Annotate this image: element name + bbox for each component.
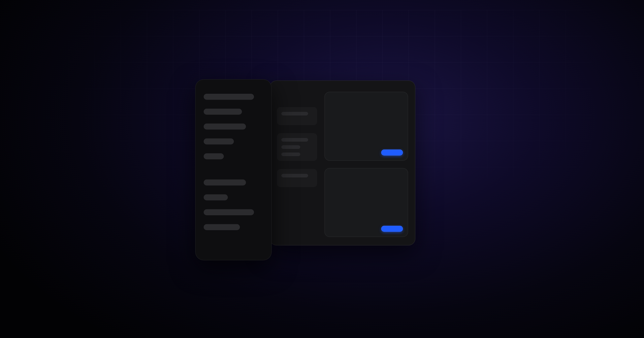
nav-item[interactable] [204, 138, 234, 144]
card-column [324, 89, 408, 237]
card [324, 92, 408, 161]
nav-item[interactable] [204, 153, 224, 159]
app-window [270, 80, 416, 246]
mid-column [277, 89, 317, 237]
content-block [277, 133, 317, 161]
app-window-content [277, 89, 408, 237]
nav-item[interactable] [204, 180, 246, 186]
placeholder-line [281, 112, 308, 116]
cta-button[interactable] [381, 226, 403, 232]
nav-item[interactable] [204, 94, 254, 100]
nav-group-1 [204, 180, 263, 230]
placeholder-line [281, 174, 308, 178]
placeholder-line [281, 145, 300, 149]
nav-item[interactable] [204, 124, 246, 130]
content-block [277, 169, 317, 187]
cta-button[interactable] [381, 150, 403, 156]
nav-group-0 [204, 94, 263, 159]
card [324, 168, 408, 237]
nav-item[interactable] [204, 224, 240, 230]
nav-item[interactable] [204, 209, 254, 215]
placeholder-line [281, 152, 300, 156]
sidebar-panel [195, 79, 272, 260]
content-block [277, 107, 317, 125]
nav-item[interactable] [204, 194, 228, 200]
placeholder-line [281, 138, 308, 142]
nav-item[interactable] [204, 109, 242, 115]
